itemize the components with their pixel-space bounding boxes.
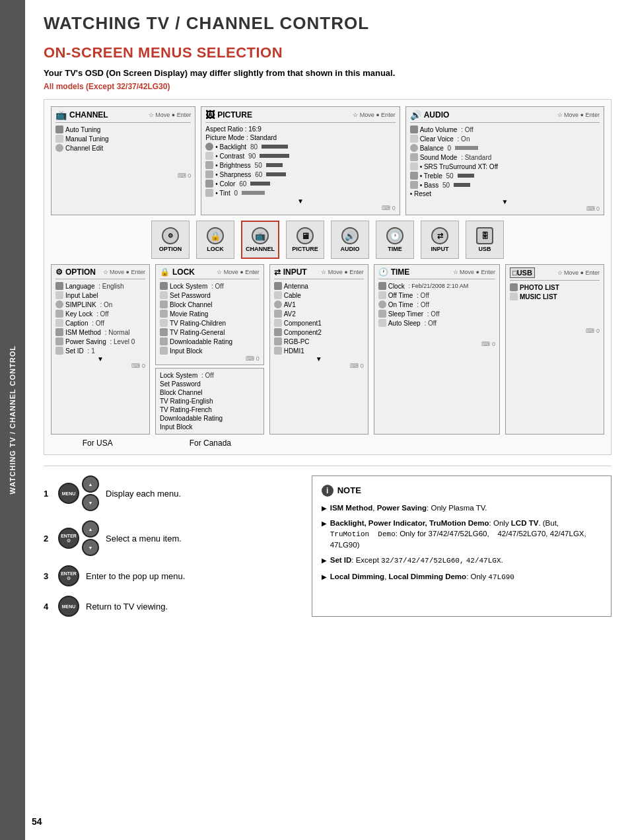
input-rgbpc: RGB-PC	[274, 337, 364, 346]
sidebar: WATCHING TV / CHANNEL CONTROL	[0, 0, 25, 840]
lock-usa-dlrating: Downloadable Rating	[160, 337, 260, 346]
icon-treble	[410, 172, 418, 180]
step-2-buttons: ENTER⊙ ▲ ▼	[58, 520, 99, 556]
input-icon: ⇄	[431, 227, 448, 244]
note-arrow-3: ▶	[322, 556, 327, 565]
time-nav: ☆ Move ● Enter	[453, 269, 495, 275]
main-content: WATCHING TV / CHANNEL CONTROL ON-SCREEN …	[25, 0, 630, 630]
step-3-number: 3	[44, 571, 52, 581]
step-2-text: Select a menu item.	[106, 534, 182, 543]
enter-button-3[interactable]: ENTER⊙	[58, 565, 79, 586]
menu-top-row: 📺 CHANNEL ☆ Move ● Enter Auto Tuning Man…	[51, 106, 604, 215]
usb-icon-box-inner: □USB	[510, 267, 535, 278]
lock-usa-blockchan: Block Channel	[160, 300, 260, 309]
lock-ca-blockchan: Block Channel	[160, 388, 260, 397]
opt-inputlabel: Input Label	[55, 291, 145, 300]
nav-up-1[interactable]: ▲	[82, 475, 99, 493]
lock-usa-movie: Movie Rating	[160, 309, 260, 318]
menu-diagram: 📺 CHANNEL ☆ Move ● Enter Auto Tuning Man…	[44, 99, 612, 455]
input-cable: Cable	[274, 291, 364, 300]
option-header: ⚙ OPTION ☆ Move ● Enter	[55, 267, 145, 279]
audio-reset: • Reset	[410, 190, 600, 198]
step-2-number: 2	[44, 534, 52, 543]
lock-ca-system: Lock System : Off	[160, 371, 260, 380]
lock-usa-title: 🔒 LOCK	[160, 267, 195, 277]
usb-title: □USB	[510, 267, 535, 278]
lock-column: 🔒 LOCK ☆ Move ● Enter Lock System : Off …	[155, 264, 264, 435]
icon-clock	[378, 282, 386, 290]
picture-menu-box: 🖼 PICTURE ☆ Move ● Enter Aspect Ratio : …	[201, 106, 400, 215]
icon-component2	[274, 328, 282, 336]
lock-icon-box: 🔒 LOCK	[196, 221, 234, 259]
menu-button-1[interactable]: MENU	[58, 483, 79, 504]
time-ontime: On Time : Off	[378, 300, 495, 309]
section-title: ON-SCREEN MENUS SELECTION	[44, 44, 612, 61]
input-title: ⇄ INPUT	[274, 267, 307, 277]
note-item-3: ▶ Set ID: Except 32/37/42/47/52LG60, 42/…	[322, 555, 602, 566]
time-offtime: Off Time : Off	[378, 291, 495, 300]
lock-usa-nav: ☆ Move ● Enter	[217, 269, 259, 275]
channel-item-1: Auto Tuning	[55, 125, 191, 134]
opt-powersaving: Power Saving : Level 0	[55, 337, 145, 346]
icon-tint	[205, 189, 213, 197]
lock-ca-tvfrench: TV Rating-French	[160, 405, 260, 414]
channel-menu-box: 📺 CHANNEL ☆ Move ● Enter Auto Tuning Man…	[51, 106, 195, 215]
note-arrow-1: ▶	[322, 504, 327, 513]
opt-keylock: Key Lock : Off	[55, 309, 145, 318]
usb-icon: 🗄	[476, 227, 493, 244]
for-canada-label: For Canada	[149, 438, 271, 448]
time-autosleep: Auto Sleep : Off	[378, 318, 495, 328]
step-4-number: 4	[44, 602, 52, 612]
channel-nav: ☆ Move ● Enter	[149, 112, 191, 118]
icon-tvgeneral	[160, 328, 168, 336]
audio-srs: • SRS TruSurround XT: Off	[410, 162, 600, 171]
note-item-1: ▶ ISM Method, Power Saving: Only Plasma …	[322, 503, 602, 513]
icon-locksystem	[160, 282, 168, 290]
input-component1: Component1	[274, 318, 364, 328]
step-1-buttons: MENU ▲ ▼	[58, 475, 99, 511]
channel-footer: ⌨ 0	[55, 172, 191, 179]
pic-contrast: • Contrast 90	[205, 151, 395, 160]
nav-down-1[interactable]: ▼	[82, 494, 99, 511]
note-item-2: ▶ Backlight, Power Indicator, TruMotion …	[322, 518, 602, 551]
menu-button-4[interactable]: MENU	[58, 596, 79, 617]
icon-offtime	[378, 291, 386, 299]
icon-manualtuning	[55, 135, 63, 143]
icon-contrast	[205, 152, 213, 160]
icon-sharpness	[205, 170, 213, 178]
icon-clearvoice	[410, 135, 418, 143]
icon-tvchildren	[160, 319, 168, 327]
page-number: 54	[32, 816, 42, 827]
enter-button-2[interactable]: ENTER⊙	[58, 528, 79, 549]
audio-balance: Balance 0	[410, 143, 600, 153]
input-icon-box: ⇄ INPUT	[421, 221, 459, 259]
option-icon-box: ⚙ OPTION	[151, 221, 190, 259]
usb-photo: PHOTO LIST	[510, 283, 600, 292]
nav-buttons-1: ▲ ▼	[82, 475, 99, 511]
nav-up-2[interactable]: ▲	[82, 520, 99, 538]
step-3-buttons: ENTER⊙	[58, 565, 79, 586]
icon-simplink	[55, 300, 63, 308]
nav-down-2[interactable]: ▼	[82, 539, 99, 556]
input-hdmi1: HDMI1	[274, 346, 364, 355]
icon-caption	[55, 319, 63, 327]
pic-backlight: • Backlight 80	[205, 142, 395, 151]
icon-hdmi1	[274, 347, 282, 355]
option-footer: ⌨ 0	[55, 363, 145, 369]
time-sleep: Sleep Timer : Off	[378, 309, 495, 318]
step-3-text: Enter to the pop up menu.	[86, 571, 185, 581]
lock-usa-inputblock: Input Block	[160, 346, 260, 355]
channel-header: 📺 CHANNEL ☆ Move ● Enter	[55, 110, 191, 123]
option-title: ⚙ OPTION	[55, 267, 96, 277]
input-component2: Component2	[274, 328, 364, 337]
icon-navigation-row: ⚙ OPTION 🔒 LOCK 📺 CHANNEL 🖥 PICTURE 🔊	[51, 221, 604, 259]
input-menu-box: ⇄ INPUT ☆ Move ● Enter Antenna Cable AV1…	[269, 264, 368, 435]
audio-bass: • Bass 50	[410, 180, 600, 190]
picture-more: ▼	[205, 197, 395, 205]
icon-srs	[410, 162, 418, 170]
usb-header: □USB ☆ Move ● Enter	[510, 267, 600, 281]
audio-nav: ☆ Move ● Enter	[557, 112, 600, 118]
lock-usa-system: Lock System : Off	[160, 281, 260, 291]
icon-autovolume	[410, 125, 418, 133]
audio-soundmode: Sound Mode : Standard	[410, 153, 600, 162]
